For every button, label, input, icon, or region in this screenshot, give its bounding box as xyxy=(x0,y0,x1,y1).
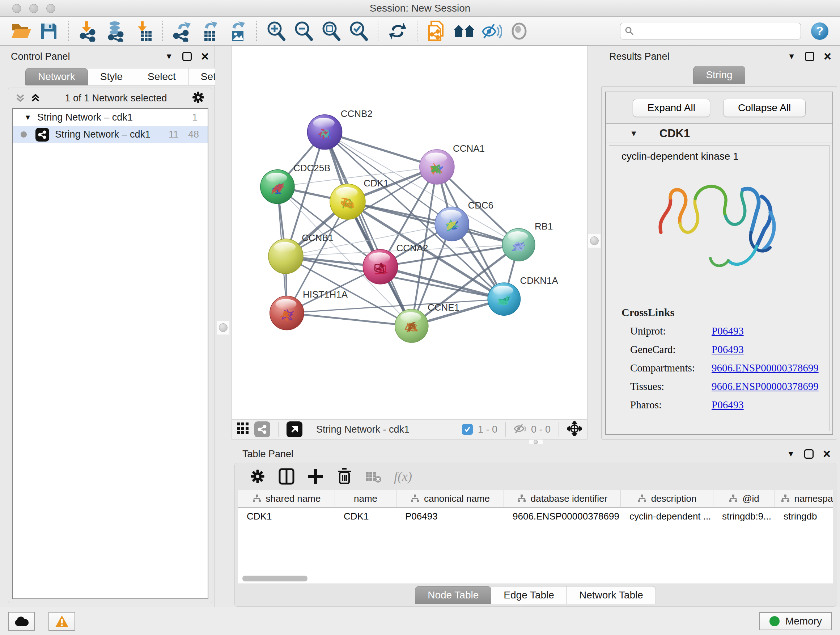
zoom-window-button[interactable] xyxy=(46,4,55,13)
table-cell[interactable]: cyclin-dependent ... xyxy=(621,508,714,525)
search-input[interactable] xyxy=(637,25,796,36)
network-node-CDKN1A[interactable]: CDKN1A xyxy=(488,276,558,315)
table-cell[interactable]: 9606.ENSP00000378699 xyxy=(504,508,621,525)
hide-unhide-icon[interactable] xyxy=(480,19,504,43)
network-node-CCNE1[interactable]: CCNE1 xyxy=(395,302,459,342)
crosslink-link[interactable]: 9606.ENSP00000378699 xyxy=(712,380,819,393)
hidden-eye-icon[interactable] xyxy=(514,423,526,435)
add-column-icon[interactable] xyxy=(307,468,324,485)
tab-network[interactable]: Network xyxy=(25,68,88,86)
tab-network-table[interactable]: Network Table xyxy=(567,586,656,604)
table-cell[interactable]: CDK1 xyxy=(335,508,396,525)
home-networks-icon[interactable] xyxy=(452,19,476,43)
network-node-RB1[interactable]: RB1 xyxy=(502,221,553,261)
refresh-icon[interactable] xyxy=(386,19,409,43)
grid-view-icon[interactable] xyxy=(237,423,249,436)
panel-menu-caret-icon[interactable]: ▼ xyxy=(165,52,173,61)
float-panel-icon[interactable] xyxy=(805,52,814,61)
selected-nodes-checkbox[interactable] xyxy=(462,424,473,435)
table-options-gear-icon[interactable] xyxy=(249,468,266,485)
string-document-icon[interactable] xyxy=(425,19,448,43)
fit-selected-crosshair-icon[interactable] xyxy=(567,421,582,438)
expand-all-networks-icon[interactable] xyxy=(31,93,40,103)
close-panel-icon[interactable]: × xyxy=(823,449,831,459)
tab-style[interactable]: Style xyxy=(88,68,135,86)
table-cell[interactable]: P06493 xyxy=(396,508,504,525)
birdseye-view-icon[interactable] xyxy=(286,421,302,437)
column-header-database-identifier[interactable]: database identifier xyxy=(504,490,621,507)
cloud-status-button[interactable] xyxy=(8,612,35,631)
left-splitter[interactable] xyxy=(215,46,232,607)
network-node-CDC25B[interactable]: CDC25B xyxy=(261,163,331,203)
import-network-file-icon[interactable] xyxy=(76,19,100,43)
close-panel-icon[interactable]: × xyxy=(201,52,209,61)
network-graph[interactable]: CCNB2CCNA1CDC25BCDK1CDC6RB1CCNB1CCNA2CDK… xyxy=(232,46,587,419)
delete-column-icon[interactable] xyxy=(336,468,353,485)
tab-select[interactable]: Select xyxy=(135,68,188,86)
column-header-description[interactable]: description xyxy=(621,490,714,507)
splitter-handle[interactable] xyxy=(534,440,538,444)
export-table-icon[interactable] xyxy=(197,19,221,43)
section-collapse-caret-icon[interactable]: ▼ xyxy=(630,129,638,138)
right-splitter[interactable] xyxy=(587,46,601,440)
table-cell[interactable]: CDK1 xyxy=(238,508,335,525)
gene-section-header[interactable]: ▼ CDK1 xyxy=(606,124,832,143)
collapse-all-button[interactable]: Collapse All xyxy=(723,99,806,117)
close-panel-icon[interactable]: × xyxy=(824,52,831,61)
tab-node-table[interactable]: Node Table xyxy=(415,586,491,604)
network-node-CCNA1[interactable]: CCNA1 xyxy=(420,143,485,184)
import-network-database-icon[interactable] xyxy=(103,19,127,43)
table-row[interactable]: CDK1CDK1P064939606.ENSP00000378699cyclin… xyxy=(238,508,833,525)
open-session-icon[interactable] xyxy=(9,19,33,43)
network-canvas[interactable]: CCNB2CCNA1CDC25BCDK1CDC6RB1CCNB1CCNA2CDK… xyxy=(232,46,587,419)
eye-icon[interactable] xyxy=(507,19,531,43)
help-icon[interactable]: ? xyxy=(811,22,829,40)
panel-menu-caret-icon[interactable]: ▼ xyxy=(788,52,796,61)
table-cell[interactable]: stringdb:9... xyxy=(714,508,775,525)
tab-string[interactable]: String xyxy=(693,66,745,84)
network-node-CCNB1[interactable]: CCNB1 xyxy=(268,233,333,274)
crosslink-link[interactable]: P06493 xyxy=(712,344,744,356)
column-header-shared-name[interactable]: shared name xyxy=(238,490,335,507)
splitter-handle[interactable] xyxy=(219,323,227,332)
zoom-fit-icon[interactable] xyxy=(319,19,343,43)
zoom-selected-icon[interactable] xyxy=(347,19,370,43)
warning-status-button[interactable] xyxy=(49,612,75,631)
delete-table-icon[interactable] xyxy=(365,468,382,485)
minimize-window-button[interactable] xyxy=(29,4,38,13)
network-collection-row[interactable]: ▼ String Network – cdk1 1 xyxy=(13,109,208,126)
export-image-icon[interactable] xyxy=(225,19,249,43)
zoom-out-icon[interactable] xyxy=(292,19,316,43)
column-header-canonical-name[interactable]: canonical name xyxy=(396,490,504,507)
network-node-CDK1[interactable]: CDK1 xyxy=(330,178,388,219)
collapse-all-networks-icon[interactable] xyxy=(16,93,25,103)
tab-edge-table[interactable]: Edge Table xyxy=(491,586,567,604)
close-window-button[interactable] xyxy=(12,4,21,13)
memory-button[interactable]: Memory xyxy=(759,612,832,630)
network-row[interactable]: String Network – cdk1 11 48 xyxy=(13,126,208,143)
crosslink-link[interactable]: P06493 xyxy=(712,325,744,337)
table-cell[interactable]: stringdb xyxy=(775,508,833,525)
save-session-icon[interactable] xyxy=(37,19,61,43)
network-options-gear-icon[interactable] xyxy=(192,91,205,105)
function-builder-icon[interactable]: f(x) xyxy=(394,469,412,484)
column-header-namespac[interactable]: namespac xyxy=(775,490,833,507)
panel-menu-caret-icon[interactable]: ▼ xyxy=(787,449,795,459)
show-columns-icon[interactable] xyxy=(278,468,295,485)
crosslink-link[interactable]: P06493 xyxy=(712,399,744,411)
zoom-in-icon[interactable] xyxy=(264,19,288,43)
column-header-@id[interactable]: @id xyxy=(714,490,775,507)
network-edge[interactable] xyxy=(287,299,504,313)
column-header-name[interactable]: name xyxy=(335,490,396,507)
search-field[interactable] xyxy=(620,23,801,40)
import-table-file-icon[interactable] xyxy=(131,19,155,43)
export-network-icon[interactable] xyxy=(170,19,194,43)
splitter-handle[interactable] xyxy=(590,236,599,245)
float-panel-icon[interactable] xyxy=(804,449,813,459)
horizontal-scrollbar[interactable] xyxy=(242,576,308,581)
crosslink-link[interactable]: 9606.ENSP00000378699 xyxy=(712,362,819,374)
expand-all-button[interactable]: Expand All xyxy=(633,99,710,117)
string-view-icon[interactable] xyxy=(254,421,270,437)
float-panel-icon[interactable] xyxy=(182,52,192,61)
bottom-splitter[interactable] xyxy=(232,440,840,445)
